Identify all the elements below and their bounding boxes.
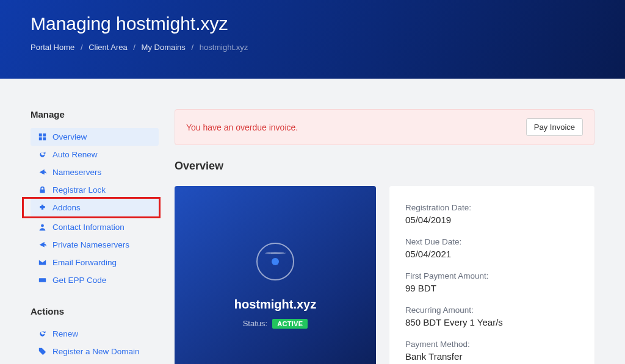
info-row-first-payment: First Payment Amount: 99 BDT [405, 271, 579, 293]
sidebar-item-get-epp-code[interactable]: Get EPP Code [31, 271, 159, 289]
sidebar-item-email-forwarding[interactable]: Email Forwarding [31, 254, 159, 271]
sidebar-item-nameservers[interactable]: Nameservers [31, 163, 159, 181]
sidebar-item-label: Get EPP Code [52, 276, 106, 285]
sidebar-item-label: Overview [52, 132, 87, 141]
sidebar-item-label: Email Forwarding [52, 258, 117, 267]
manage-menu: Overview Auto Renew Nameservers Registra… [31, 128, 159, 289]
svg-point-4 [41, 224, 44, 227]
sidebar-item-label: Register a New Domain [52, 347, 140, 356]
breadcrumb-client-area[interactable]: Client Area [89, 43, 128, 52]
sidebar-item-label: Contact Information [52, 223, 125, 232]
status-badge: ACTIVE [272, 319, 308, 329]
sidebar-heading-manage: Manage [31, 109, 159, 120]
sidebar-action-register-domain[interactable]: Register a New Domain [31, 343, 159, 360]
mail-icon [38, 259, 46, 266]
overview-heading: Overview [175, 160, 594, 173]
sidebar-item-auto-renew[interactable]: Auto Renew [31, 146, 159, 163]
sidebar-item-contact-information[interactable]: Contact Information [31, 218, 159, 236]
sidebar-item-label: Auto Renew [52, 150, 98, 159]
sidebar-item-overview[interactable]: Overview [31, 128, 159, 146]
puzzle-icon [38, 204, 46, 212]
sidebar: Manage Overview Auto Renew Nameservers R… [31, 109, 159, 364]
refresh-icon [38, 151, 46, 159]
sidebar-item-label: Nameservers [52, 168, 101, 177]
sidebar-item-label: Registrar Lock [52, 185, 106, 194]
sidebar-item-label: Addons [52, 203, 81, 212]
domain-info-card: Registration Date: 05/04/2019 Next Due D… [389, 186, 594, 364]
share-icon [38, 168, 46, 176]
ticket-icon [38, 276, 46, 284]
actions-menu: Renew Register a New Domain Transfer in … [31, 325, 159, 364]
info-row-recurring-amount: Recurring Amount: 850 BDT Every 1 Year/s [405, 305, 579, 327]
sidebar-item-addons[interactable]: Addons [31, 199, 159, 216]
share-icon [38, 241, 46, 249]
tag-icon [38, 348, 46, 355]
alert-message: You have an overdue invoice. [186, 123, 298, 132]
sidebar-heading-actions: Actions [31, 306, 159, 316]
highlight-rectangle: Addons [22, 197, 161, 218]
dashboard-icon [38, 133, 46, 141]
sidebar-item-private-nameservers[interactable]: Private Nameservers [31, 236, 159, 254]
svg-rect-3 [43, 137, 46, 140]
user-icon [38, 223, 46, 231]
svg-rect-2 [38, 137, 42, 140]
sidebar-action-transfer-domain[interactable]: Transfer in a Domain [31, 360, 159, 364]
lock-icon [38, 186, 46, 194]
pay-invoice-button[interactable]: Pay Invoice [526, 118, 583, 136]
info-row-next-due-date: Next Due Date: 05/04/2021 [405, 237, 579, 259]
page-title: Managing hostmight.xyz [31, 13, 594, 34]
hero-banner: Managing hostmight.xyz Portal Home / Cli… [0, 0, 625, 79]
breadcrumb-my-domains[interactable]: My Domains [142, 43, 186, 52]
info-row-registration-date: Registration Date: 05/04/2019 [405, 203, 579, 225]
breadcrumb-current: hostmight.xyz [200, 43, 248, 52]
domain-name: hostmight.xyz [234, 298, 316, 312]
svg-rect-1 [43, 134, 46, 137]
svg-rect-0 [38, 134, 42, 137]
sidebar-item-label: Renew [52, 329, 78, 338]
sidebar-item-label: Private Nameservers [52, 240, 129, 249]
info-row-payment-method: Payment Method: Bank Transfer [405, 340, 579, 362]
status-label: Status: [243, 319, 267, 328]
breadcrumb: Portal Home / Client Area / My Domains /… [31, 43, 594, 52]
svg-rect-5 [38, 278, 45, 282]
refresh-icon [38, 330, 46, 338]
overdue-invoice-alert: You have an overdue invoice. Pay Invoice [175, 109, 594, 145]
main-content: You have an overdue invoice. Pay Invoice… [175, 109, 594, 364]
domain-status-card: hostmight.xyz Status: ACTIVE [175, 186, 376, 364]
globe-icon [256, 243, 294, 280]
sidebar-item-registrar-lock[interactable]: Registrar Lock [31, 181, 159, 199]
breadcrumb-portal-home[interactable]: Portal Home [31, 43, 74, 52]
sidebar-action-renew[interactable]: Renew [31, 325, 159, 343]
